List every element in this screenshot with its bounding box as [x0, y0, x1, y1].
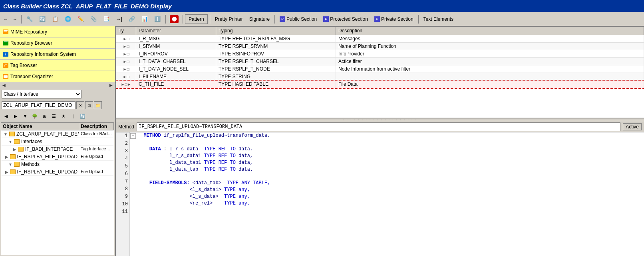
search-clear-button[interactable]: ✕: [76, 101, 84, 109]
kw-type-10: TYPE any,: [224, 194, 250, 199]
class-interface-dropdown[interactable]: Class / Interface Function Group Program: [2, 90, 81, 98]
cell-param: C_TH_FILE: [136, 81, 216, 88]
nav-btn-4[interactable]: 🌳: [30, 112, 39, 120]
title-text: Class Builder Class ZCL_ARUP_FLAT_FILE_D…: [3, 3, 172, 10]
info-icon: ℹ️: [153, 16, 161, 23]
back-icon: ←: [4, 17, 8, 22]
type-3: data,: [239, 146, 253, 152]
signature-button[interactable]: Signature: [246, 14, 272, 24]
nav-item-mime[interactable]: MIME Repository: [0, 26, 115, 37]
params-row[interactable]: ►□I_FILENAMETYPE STRING: [116, 73, 644, 81]
search-match-button[interactable]: ⊡: [85, 101, 93, 109]
scroll-left-icon[interactable]: ◀: [2, 83, 6, 87]
tree-cell-name: ▼ Methods: [1, 161, 79, 168]
nav-btn-5[interactable]: ⊞: [40, 112, 49, 120]
stop-button[interactable]: ⬤: [168, 14, 181, 24]
params-table: Ty. Parameter Typing Description ►□I_R_M…: [116, 26, 644, 88]
params-tbody: ►□I_R_MSGTYPE REF TO IF_RSPLFA_MSGMessag…: [116, 35, 644, 88]
cell-typing: TYPE HASHED TABLE: [216, 81, 336, 88]
nav-back-button[interactable]: ◀: [2, 112, 10, 120]
forward-button[interactable]: →: [11, 14, 19, 24]
tree-row[interactable]: ▶ IF_RSPLFA_FILE_UPLOAD File Upload: [1, 153, 114, 161]
tool-btn-10[interactable]: 📊: [139, 14, 151, 24]
tree-row[interactable]: ▼ ZCL_ARUP_FLAT_FILE_DEMO Class for BAdI…: [1, 130, 114, 138]
nav-item-transport[interactable]: Transport Organizer: [0, 71, 115, 82]
tree-row[interactable]: ▶ IF_BADI_INTERFACE Tag Interface for BA…: [1, 146, 114, 153]
folder-icon-0: [9, 132, 15, 136]
cell-typing: TYPE RSINFOPROV: [216, 50, 336, 58]
nav-item-info[interactable]: i Repository Information System: [0, 49, 115, 60]
tree-row[interactable]: ▼ Methods: [1, 161, 114, 168]
code-line-9: <l_s_data1> TYPE any,: [138, 187, 642, 193]
params-row[interactable]: ►□I_INFOPROVTYPE RSINFOPROVInfoProvider: [116, 50, 644, 58]
refresh-icon: 🔄: [38, 16, 46, 23]
scroll-right-icon[interactable]: ▶: [109, 83, 113, 87]
type-4: data,: [239, 153, 253, 159]
svg-rect-1: [4, 30, 8, 31]
search-input[interactable]: [2, 101, 76, 109]
protected-section-label: Protected Section: [330, 16, 368, 22]
public-section-button[interactable]: P Public Section: [277, 14, 320, 24]
nav-forward-icon: ▶: [14, 114, 17, 119]
nav-refresh-button[interactable]: 🔄: [78, 112, 87, 120]
cell-ty: ►□: [116, 35, 136, 43]
tree-cell-name: ▼ Interfaces: [1, 138, 79, 145]
params-row[interactable]: ►□I_T_DATA_NODE_SELTYPE RSPLF_T_NODENode…: [116, 65, 644, 73]
private-section-button[interactable]: P Private Section: [372, 14, 416, 24]
tool-btn-8[interactable]: →|: [113, 14, 125, 24]
tool-btn-11[interactable]: ℹ️: [151, 14, 163, 24]
code-line-2: [138, 139, 642, 146]
params-row[interactable]: ►□I_T_DATA_CHARSELTYPE RSPLF_T_CHARSELAc…: [116, 58, 644, 65]
divider-bar[interactable]: · · · · · · · · · · · · · · · · · · · ·: [116, 118, 644, 121]
tool-btn-5[interactable]: ✏️: [75, 14, 87, 24]
cell-param: I_SRVNM: [136, 43, 216, 50]
tool-btn-3[interactable]: 📋: [49, 14, 61, 24]
kw-type-9: TYPE any,: [224, 187, 250, 193]
line-num-5: 5: [116, 163, 129, 170]
nav-item-repo[interactable]: Repository Browser: [0, 37, 115, 49]
nav-forward-button[interactable]: ▶: [11, 112, 20, 120]
tree-area: Object Name Description ▼ ZCL_ARUP_FLAT_…: [1, 122, 114, 255]
params-row[interactable]: ►□I_R_MSGTYPE REF TO IF_RSPLFA_MSGMessag…: [116, 35, 644, 43]
nav-btn-7[interactable]: ★: [59, 112, 68, 120]
nav-btn-3[interactable]: ▼: [21, 112, 30, 120]
nav-btn-6[interactable]: ☰: [50, 112, 58, 120]
globe-icon: 🌐: [64, 16, 72, 23]
doc-icon: 📑: [102, 16, 110, 23]
tree-row[interactable]: ▶ IF_RSPLFA_FILE_UPLOAD File Upload: [1, 168, 114, 176]
collapse-button-1[interactable]: −: [130, 133, 136, 139]
cell-ty: ►□: [116, 65, 136, 73]
tree-row[interactable]: ▼ Interfaces: [1, 138, 114, 146]
chart-icon: 📊: [141, 16, 149, 23]
tree-header: Object Name Description: [1, 123, 114, 130]
tool-btn-7[interactable]: 📑: [100, 14, 112, 24]
tool-btn-9[interactable]: 🔗: [126, 14, 138, 24]
params-row[interactable]: ►□►C_TH_FILETYPE HASHED TABLEFile Data: [116, 81, 644, 88]
params-row[interactable]: ►□I_SRVNMTYPE RSPLF_SRVNMName of Plannin…: [116, 43, 644, 50]
tool-btn-1[interactable]: 🔧: [24, 14, 36, 24]
cell-typing: TYPE RSPLF_SRVNM: [216, 43, 336, 50]
private-section-icon: P: [374, 16, 380, 22]
cell-desc: Messages: [336, 35, 644, 43]
back-button[interactable]: ←: [2, 14, 10, 24]
kw-method: METHOD: [143, 133, 161, 138]
nav-item-tag[interactable]: 🏷 Tag Browser: [0, 60, 115, 71]
pattern-button[interactable]: Pattern: [185, 14, 208, 24]
pretty-printer-button[interactable]: Pretty Printer: [212, 14, 246, 24]
tool-btn-4[interactable]: 🌐: [62, 14, 74, 24]
nav-btn-8[interactable]: |: [69, 112, 78, 120]
svg-rect-11: [4, 75, 8, 78]
tool-btn-6[interactable]: 📎: [87, 14, 99, 24]
nav-scroll-area: ◀ ▶: [0, 82, 115, 88]
protected-section-button[interactable]: P Protected Section: [320, 14, 371, 24]
text-elements-button[interactable]: Text Elements: [421, 14, 456, 24]
nav-refresh-icon: 🔄: [80, 114, 85, 119]
tool-btn-2[interactable]: 🔄: [36, 14, 48, 24]
method-input[interactable]: [137, 122, 620, 131]
method-label: Method: [118, 124, 134, 130]
var-4: l_r_s_data1: [169, 153, 201, 159]
sym-10: <l_s_data>: [190, 194, 219, 199]
folder-icon-5: [10, 169, 16, 174]
right-panel: Ty. Parameter Typing Description ►□I_R_M…: [116, 26, 644, 256]
search-folder-button[interactable]: 📁: [94, 101, 102, 109]
